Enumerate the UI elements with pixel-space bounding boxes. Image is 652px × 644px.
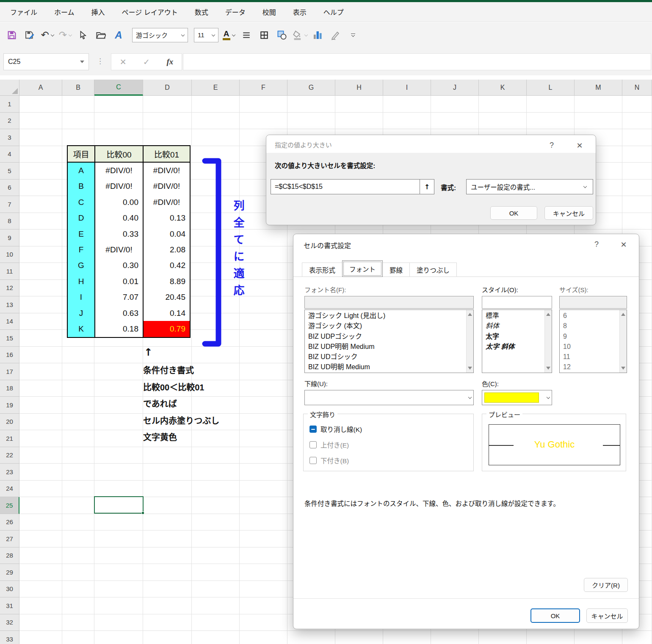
sheet-cell[interactable] xyxy=(287,96,335,113)
draw-icon[interactable] xyxy=(328,28,343,43)
row-header[interactable]: 14 xyxy=(0,313,19,330)
row-header[interactable]: 30 xyxy=(0,581,19,598)
menu-item[interactable]: ページ レイアウト xyxy=(122,7,178,17)
row-header[interactable]: 9 xyxy=(0,229,19,246)
sheet-cell[interactable] xyxy=(622,213,652,230)
sheet-cell[interactable] xyxy=(240,497,287,514)
sheet-cell[interactable] xyxy=(19,163,62,180)
open-folder-icon[interactable] xyxy=(93,28,108,43)
row-header[interactable]: 29 xyxy=(0,564,19,581)
sheet-cell[interactable] xyxy=(62,481,94,498)
sheet-cell[interactable] xyxy=(62,547,94,564)
sheet-cell[interactable] xyxy=(240,581,287,598)
help-icon[interactable]: ? xyxy=(591,240,602,249)
value-cell-c01[interactable]: 0.14 xyxy=(144,305,190,321)
row-header[interactable]: 16 xyxy=(0,347,19,364)
size-list-item[interactable]: 10 xyxy=(560,342,619,352)
sheet-cell[interactable] xyxy=(527,113,575,130)
sheet-cell[interactable] xyxy=(19,547,62,564)
ok-button[interactable]: OK xyxy=(530,608,580,623)
sheet-cell[interactable] xyxy=(622,163,652,180)
column-header[interactable]: L xyxy=(527,80,575,96)
row-header[interactable]: 5 xyxy=(0,163,19,180)
style-list[interactable]: 標準斜体太字太字 斜体 xyxy=(482,310,552,373)
sheet-cell[interactable] xyxy=(240,263,287,280)
undo-icon[interactable]: ↶ xyxy=(40,28,55,43)
sheet-cell[interactable] xyxy=(575,631,622,644)
sheet-cell[interactable] xyxy=(19,614,62,631)
sheet-cell[interactable] xyxy=(240,229,287,246)
item-cell[interactable]: H xyxy=(68,274,94,289)
sheet-cell[interactable] xyxy=(62,380,94,397)
font-size-select[interactable]: 11 xyxy=(194,28,218,42)
sheet-cell[interactable] xyxy=(19,414,62,431)
value-cell-c01[interactable]: 0.79 xyxy=(144,321,190,337)
column-header[interactable]: A xyxy=(19,80,62,96)
row-header[interactable]: 19 xyxy=(0,397,19,414)
format-tab[interactable]: フォント xyxy=(342,260,383,277)
menu-item[interactable]: ヘルプ xyxy=(323,7,344,17)
sheet-cell[interactable] xyxy=(62,497,94,514)
font-list-item[interactable]: 游ゴシック (本文) xyxy=(305,321,466,331)
sheet-cell[interactable] xyxy=(335,96,383,113)
sheet-cell[interactable] xyxy=(19,146,62,163)
value-cell-c01[interactable]: 0.13 xyxy=(144,210,190,226)
font-list-item[interactable]: BIZ UDPゴシック xyxy=(305,332,466,342)
sheet-cell[interactable] xyxy=(479,113,527,130)
fill-handle[interactable] xyxy=(141,511,144,514)
scroll-up-icon[interactable] xyxy=(620,311,627,318)
row-header[interactable]: 26 xyxy=(0,514,19,531)
comparison-table-header-cell[interactable]: 比較00 xyxy=(95,146,143,162)
confirm-entry-icon[interactable]: ✓ xyxy=(143,57,150,67)
sheet-cell[interactable] xyxy=(240,330,287,347)
size-list-item[interactable]: 12 xyxy=(560,362,619,372)
sheet-cell[interactable] xyxy=(240,296,287,313)
value-cell-c00[interactable]: 7.07 xyxy=(95,290,143,305)
sheet-cell[interactable] xyxy=(335,631,383,644)
font-list-item[interactable]: BIZ UDP明朝 Medium xyxy=(305,342,466,352)
sheet-cell[interactable] xyxy=(62,464,94,481)
sheet-cell[interactable] xyxy=(62,564,94,581)
column-header[interactable]: H xyxy=(335,80,383,96)
borders-icon[interactable] xyxy=(257,28,272,43)
cancel-entry-icon[interactable]: ✕ xyxy=(120,57,127,67)
item-cell[interactable]: G xyxy=(68,258,94,274)
format-tab[interactable]: 塗りつぶし xyxy=(409,263,457,277)
value-cell-c00[interactable]: 0.30 xyxy=(95,258,143,274)
sheet-cell[interactable] xyxy=(94,96,143,113)
scroll-down-icon[interactable] xyxy=(620,365,627,372)
style-input[interactable] xyxy=(482,296,552,309)
sheet-cell[interactable] xyxy=(622,113,652,130)
sheet-cell[interactable] xyxy=(287,113,335,130)
sheet-cell[interactable] xyxy=(431,631,479,644)
size-list[interactable]: 689101112 xyxy=(559,310,627,373)
comparison-table-header-cell[interactable]: 項目 xyxy=(68,146,94,162)
sheet-cell[interactable] xyxy=(143,514,192,531)
column-header[interactable]: C xyxy=(94,80,143,96)
row-header[interactable]: 31 xyxy=(0,597,19,614)
style-list-item[interactable]: 標準 xyxy=(482,311,544,321)
sheet-cell[interactable] xyxy=(240,363,287,380)
sheet-cell[interactable] xyxy=(62,597,94,614)
sheet-cell[interactable] xyxy=(240,631,287,644)
align-icon[interactable] xyxy=(239,28,254,43)
item-cell[interactable]: E xyxy=(68,226,94,242)
font-name-select[interactable]: 游ゴシック xyxy=(132,28,188,42)
sheet-cell[interactable] xyxy=(240,246,287,263)
sheet-cell[interactable] xyxy=(19,497,62,514)
sheet-cell[interactable] xyxy=(143,614,192,631)
sheet-cell[interactable] xyxy=(62,113,94,130)
cancel-button[interactable]: キャンセル xyxy=(586,608,628,623)
sheet-cell[interactable] xyxy=(62,129,94,146)
sheet-cell[interactable] xyxy=(62,430,94,447)
sheet-cell[interactable] xyxy=(192,631,240,644)
sheet-cell[interactable] xyxy=(240,313,287,330)
font-list-item[interactable]: 游ゴシック Light (見出し) xyxy=(305,311,466,321)
value-cell-c00[interactable]: 0.01 xyxy=(95,274,143,289)
sheet-cell[interactable] xyxy=(62,514,94,531)
font-list-item[interactable]: BIZ UD明朝 Medium xyxy=(305,362,466,372)
sheet-cell[interactable] xyxy=(19,213,62,230)
row-header[interactable]: 10 xyxy=(0,246,19,263)
column-header[interactable]: N xyxy=(622,80,652,96)
clear-button[interactable]: クリア(R) xyxy=(584,578,628,592)
